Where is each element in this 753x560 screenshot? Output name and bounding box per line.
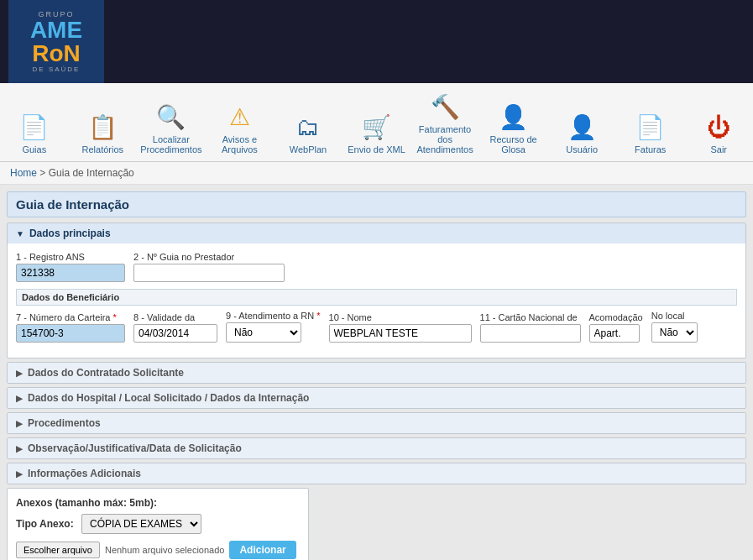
form-row-2: 7 - Número da Carteira * 8 - Validade da… xyxy=(16,311,737,343)
nome-label: 10 - Nome xyxy=(329,312,472,322)
acomodacao-label: Acomodação xyxy=(589,312,643,322)
file-placeholder: Nenhum arquivo selecionado xyxy=(105,545,224,555)
atendimento-select[interactable]: Não Sim xyxy=(226,322,301,343)
registro-ans-label: 1 - Registro ANS xyxy=(16,252,125,262)
logo: GRUPO AME RoN DE SAÚDE xyxy=(8,0,104,83)
nav-webplan[interactable]: 🗂 WebPlan xyxy=(274,110,343,158)
tipo-label: Tipo Anexo: xyxy=(16,518,75,530)
group-validade: 8 - Validade da xyxy=(133,312,217,343)
cartao-label: 11 - Cartão Nacional de xyxy=(480,312,581,322)
tipo-row: Tipo Anexo: CÓPIA DE EXAMES LAUDO OUTROS xyxy=(16,514,300,534)
no-local-select[interactable]: Não Sim xyxy=(651,322,698,343)
no-local-label: No local xyxy=(651,311,698,321)
tipo-select[interactable]: CÓPIA DE EXAMES LAUDO OUTROS xyxy=(81,514,201,534)
group-cartao: 11 - Cartão Nacional de xyxy=(480,312,581,343)
nav-envio[interactable]: 🛒 Envio de XML xyxy=(343,110,411,158)
avisos-icon: ⚠ xyxy=(229,103,250,131)
section-contratado: ▶ Dados do Contratado Solicitante xyxy=(7,362,746,384)
nav-webplan-label: WebPlan xyxy=(290,144,327,154)
section-hospital: ▶ Dados do Hospital / Local Solicitado /… xyxy=(7,387,746,409)
section-procedimentos: ▶ Procedimentos xyxy=(7,412,746,434)
file-row: Escolher arquivo Nenhum arquivo selecion… xyxy=(16,541,300,559)
nav-faturamento-label: Faturamento dos Atendimentos xyxy=(412,124,478,154)
relatorios-icon: 📋 xyxy=(88,113,118,141)
nav-localizar[interactable]: 🔍 Localizar Procedimentos xyxy=(137,100,206,158)
form-row-1: 1 - Registro ANS 2 - Nº Guia no Prestado… xyxy=(16,252,737,282)
anexos-section: Anexos (tamanho máx: 5mb): Tipo Anexo: C… xyxy=(7,488,309,560)
group-registro-ans: 1 - Registro ANS xyxy=(16,252,125,282)
section-hospital-header[interactable]: ▶ Dados do Hospital / Local Solicitado /… xyxy=(8,388,745,408)
carteira-label: 7 - Número da Carteira * xyxy=(16,312,125,322)
nome-input[interactable] xyxy=(329,324,472,343)
localizar-icon: 🔍 xyxy=(156,103,186,131)
nav-usuario[interactable]: 👤 Usuário xyxy=(547,110,616,158)
group-no-guia: 2 - Nº Guia no Prestador xyxy=(133,252,285,282)
nav-recurso[interactable]: 👤 Recurso de Glosa xyxy=(479,100,548,158)
arrow-observacao: ▶ xyxy=(16,444,23,453)
nav-recurso-label: Recurso de Glosa xyxy=(481,134,546,154)
section-informacoes-label: Informações Adicionais xyxy=(28,468,141,479)
guias-icon: 📄 xyxy=(19,113,49,141)
section-contratado-label: Dados do Contratado Solicitante xyxy=(28,367,184,379)
dados-beneficiario-label: Dados do Beneficiário xyxy=(16,289,737,306)
anexos-title: Anexos (tamanho máx: 5mb): xyxy=(16,497,300,509)
arrow-informacoes: ▶ xyxy=(16,469,23,479)
nav-sair[interactable]: ⏻ Sair xyxy=(684,110,753,158)
envio-icon: 🛒 xyxy=(362,113,391,141)
nav-envio-label: Envio de XML xyxy=(348,144,405,154)
nav-faturamento[interactable]: 🔨 Faturamento dos Atendimentos xyxy=(410,90,479,158)
sair-icon: ⏻ xyxy=(707,113,730,141)
nav-localizar-label: Localizar Procedimentos xyxy=(139,134,204,154)
section-contratado-header[interactable]: ▶ Dados do Contratado Solicitante xyxy=(8,363,745,383)
usuario-icon: 👤 xyxy=(567,113,597,141)
logo-ron: RoN xyxy=(32,42,81,65)
carteira-input[interactable] xyxy=(16,324,125,343)
faturas-icon: 📄 xyxy=(635,113,665,141)
page-title: Guia de Internação xyxy=(7,191,746,217)
nav-usuario-label: Usuário xyxy=(566,144,598,154)
cartao-input[interactable] xyxy=(480,324,581,343)
acomodacao-input[interactable] xyxy=(589,324,640,343)
nav-avisos[interactable]: ⚠ Avisos e Arquivos xyxy=(206,100,275,158)
arrow-procedimentos: ▶ xyxy=(16,419,23,428)
navbar: 📄 Guias 📋 Relatórios 🔍 Localizar Procedi… xyxy=(0,83,753,162)
nav-faturas[interactable]: 📄 Faturas xyxy=(616,110,685,158)
breadcrumb-home[interactable]: Home xyxy=(10,167,37,179)
no-guia-input[interactable] xyxy=(133,264,285,282)
escolher-arquivo-button[interactable]: Escolher arquivo xyxy=(16,542,100,558)
section-informacoes-header[interactable]: ▶ Informações Adicionais xyxy=(8,463,745,484)
section-dados-principais-body: 1 - Registro ANS 2 - Nº Guia no Prestado… xyxy=(8,243,745,358)
atendimento-label: 9 - Atendimento a RN * xyxy=(226,311,321,321)
arrow-contratado: ▶ xyxy=(16,369,23,378)
nav-avisos-label: Avisos e Arquivos xyxy=(207,134,273,154)
group-carteira: 7 - Número da Carteira * xyxy=(16,312,125,343)
section-observacao-header[interactable]: ▶ Observação/Justificativa/Data de Solic… xyxy=(8,438,745,458)
group-nome: 10 - Nome xyxy=(329,312,472,343)
section-procedimentos-header[interactable]: ▶ Procedimentos xyxy=(8,413,745,433)
validade-input[interactable] xyxy=(133,324,217,343)
adicionar-button[interactable]: Adicionar xyxy=(229,541,295,559)
arrow-hospital: ▶ xyxy=(16,394,23,403)
registro-ans-input[interactable] xyxy=(16,264,125,282)
nav-guias[interactable]: 📄 Guias xyxy=(0,110,69,158)
no-guia-label: 2 - Nº Guia no Prestador xyxy=(133,252,285,262)
section-dados-principais-header[interactable]: ▼ Dados principais xyxy=(8,223,745,243)
main-content: ▼ Dados principais 1 - Registro ANS 2 - … xyxy=(7,222,746,560)
faturamento-icon: 🔨 xyxy=(431,93,460,121)
breadcrumb-current: Guia de Internação xyxy=(49,167,134,179)
section-hospital-label: Dados do Hospital / Local Solicitado / D… xyxy=(28,392,309,404)
logo-ame: AME xyxy=(30,18,82,42)
breadcrumb-separator: > xyxy=(39,167,48,179)
nav-guias-label: Guias xyxy=(22,144,46,154)
section-dados-principais-label: Dados principais xyxy=(29,228,111,239)
nav-relatorios[interactable]: 📋 Relatórios xyxy=(69,110,138,158)
breadcrumb: Home > Guia de Internação xyxy=(0,162,753,185)
section-observacao: ▶ Observação/Justificativa/Data de Solic… xyxy=(7,437,746,459)
arrow-dados-principais: ▼ xyxy=(16,229,24,238)
logo-desaude: DE SAÚDE xyxy=(33,65,81,73)
section-informacoes: ▶ Informações Adicionais xyxy=(7,463,746,484)
atendimento-required: * xyxy=(316,311,320,321)
webplan-icon: 🗂 xyxy=(296,113,320,141)
section-procedimentos-label: Procedimentos xyxy=(28,417,101,429)
section-observacao-label: Observação/Justificativa/Data de Solicit… xyxy=(28,442,242,454)
